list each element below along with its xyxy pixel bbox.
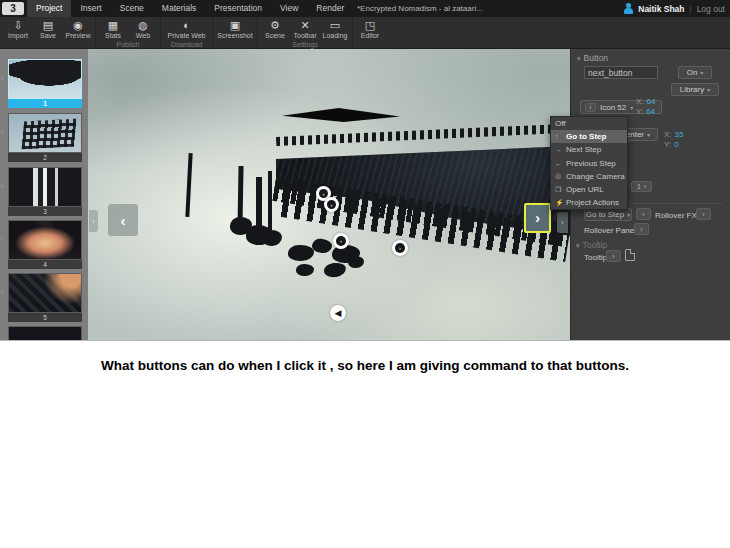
button-section-header[interactable]: ▾Button bbox=[577, 53, 608, 63]
private-web-icon: ◐ bbox=[163, 19, 210, 32]
chevron-down-icon: ▾ bbox=[707, 86, 710, 93]
chevron-down-icon: ▾ bbox=[700, 69, 703, 76]
tooltip-launcher-button[interactable]: › bbox=[606, 250, 621, 262]
editor-icon: ◳ bbox=[355, 19, 385, 32]
pos-x-value: 35 bbox=[675, 130, 684, 139]
scene-hotspot-button[interactable]: › bbox=[324, 197, 339, 212]
import-button[interactable]: ⇩Import bbox=[3, 17, 33, 49]
nav-next-button-selected[interactable]: › bbox=[524, 203, 551, 233]
hotspot-back-icon: ◀ bbox=[335, 308, 342, 318]
scene-hotspot-back-button[interactable]: ◀ bbox=[330, 305, 346, 321]
thumbnail-number: 3 bbox=[8, 207, 82, 216]
slide-thumbnail-5[interactable]: 5 bbox=[8, 273, 82, 322]
slide-thumbnail-2[interactable]: 2 bbox=[8, 113, 82, 162]
save-button[interactable]: ▤Save bbox=[33, 17, 63, 49]
state-dropdown[interactable]: On▾ bbox=[678, 66, 712, 79]
screenshot-button[interactable]: ▣Screenshot bbox=[215, 17, 255, 49]
launcher-icon: › bbox=[585, 103, 596, 112]
step-number-stepper[interactable]: 1› bbox=[631, 181, 652, 192]
icon-y-value: 64 bbox=[646, 107, 655, 116]
thumb-chevron-icon: › bbox=[1, 289, 7, 296]
menu-render[interactable]: Render bbox=[307, 0, 353, 17]
position-xy-values: X:35 Y:0 bbox=[664, 130, 683, 150]
tooltip-section-header[interactable]: ▾Tooltip bbox=[576, 240, 607, 250]
hotspot-arrow-icon: › bbox=[319, 189, 328, 198]
hotspot-arrow-icon: › bbox=[336, 236, 346, 246]
menu-project[interactable]: Project bbox=[27, 0, 71, 17]
editor-button[interactable]: ◳Editor bbox=[355, 17, 385, 49]
user-area: Naitik Shah | Log out bbox=[623, 0, 725, 17]
menu-item-change-camera[interactable]: ◎Change Camera bbox=[551, 170, 627, 183]
group-label-settings: Settings bbox=[258, 41, 352, 48]
menu-item-off[interactable]: Off bbox=[551, 117, 627, 130]
menu-scene[interactable]: Scene bbox=[111, 0, 153, 17]
action-popup-menu: Off ↑Go to Step →Next Step ←Previous Ste… bbox=[550, 116, 628, 210]
scene-hotspot-button[interactable]: › bbox=[392, 240, 408, 256]
scene-column bbox=[256, 177, 262, 232]
scene-debris bbox=[323, 262, 346, 278]
slide-thumbnail-4[interactable]: 4 bbox=[8, 220, 82, 269]
scene-settings-icon: ⚙ bbox=[260, 19, 290, 32]
group-label-download: Download bbox=[161, 41, 212, 48]
menu-insert[interactable]: Insert bbox=[71, 0, 110, 17]
slide-thumbnail-6[interactable]: 6 bbox=[8, 326, 82, 341]
slide-thumbnail-3[interactable]: 3 bbox=[8, 167, 82, 216]
scene-hotspot-button[interactable]: › bbox=[333, 233, 349, 249]
open-window-icon: ❐ bbox=[555, 186, 566, 194]
rollover-fx-label: Rollover FX bbox=[655, 211, 697, 220]
scene-viewport[interactable]: › › › › ◀ ‹ › bbox=[88, 49, 570, 341]
chevron-down-icon: ▾ bbox=[627, 211, 630, 218]
thumbnail-number: 4 bbox=[8, 260, 82, 269]
screenshot-icon: ▣ bbox=[215, 19, 255, 32]
menu-presentation[interactable]: Presentation bbox=[205, 0, 271, 17]
icon-x-value: 64 bbox=[647, 97, 656, 106]
scene-debris bbox=[348, 256, 364, 268]
caption-text: What buttons can do when I click it , so… bbox=[0, 358, 730, 373]
button-name-input[interactable] bbox=[584, 66, 658, 79]
arrow-up-icon: ↑ bbox=[555, 133, 566, 140]
hotspot-arrow-icon: › bbox=[395, 243, 405, 253]
import-icon: ⇩ bbox=[3, 19, 33, 32]
tooltip-page-icon[interactable] bbox=[625, 249, 635, 261]
document-title: *Encrypted Nomadism - al zataari... bbox=[357, 0, 483, 17]
action-launcher-button[interactable]: › bbox=[636, 208, 651, 220]
wrench-icon: ✕ bbox=[290, 19, 320, 32]
menu-item-project-actions[interactable]: ⚡Project Actions bbox=[551, 196, 627, 209]
toolbar: ⇩Import ▤Save ◉Preview ▦Stats ◍Web Publi… bbox=[0, 17, 730, 49]
title-bar: 3 Project Insert Scene Materials Present… bbox=[0, 0, 730, 17]
slide-thumbnail-1[interactable]: 1 bbox=[8, 59, 82, 108]
menu-item-next-step[interactable]: →Next Step bbox=[551, 143, 627, 156]
chevron-down-icon: ▾ bbox=[647, 131, 650, 138]
rollover-fx-launcher-button[interactable]: › bbox=[696, 208, 711, 220]
menu-bar: Project Insert Scene Materials Presentat… bbox=[27, 0, 353, 17]
toolbar-group-download: ◐Private Web Download bbox=[161, 17, 213, 49]
toolbar-group-settings: ⚙Scene ✕Toolbar ▭Loading Settings bbox=[258, 17, 353, 49]
menu-materials[interactable]: Materials bbox=[153, 0, 205, 17]
action-person-icon: ⚡ bbox=[555, 199, 566, 207]
filmstrip-collapse-handle[interactable]: › bbox=[89, 210, 98, 232]
scene-column bbox=[268, 171, 272, 231]
menu-item-open-url[interactable]: ❐Open URL bbox=[551, 183, 627, 196]
rollover-panels-launcher-button[interactable]: › bbox=[634, 223, 649, 235]
source-dropdown[interactable]: Library▾ bbox=[671, 83, 719, 96]
icon-xy-values: X:64 Y:64 bbox=[636, 97, 655, 117]
scene-debris bbox=[296, 264, 314, 276]
toolbar-group-screenshot: ▣Screenshot bbox=[213, 17, 258, 49]
chevron-down-icon: ▾ bbox=[630, 104, 633, 111]
logout-link[interactable]: Log out bbox=[697, 4, 725, 14]
thumb-chevron-icon: › bbox=[1, 129, 7, 136]
page: 3 Project Insert Scene Materials Present… bbox=[0, 0, 730, 548]
scene-pole bbox=[185, 153, 192, 217]
nav-previous-button[interactable]: ‹ bbox=[108, 204, 138, 236]
thumbnail-image bbox=[8, 273, 82, 313]
menu-item-go-to-step[interactable]: ↑Go to Step bbox=[551, 130, 627, 143]
menu-view[interactable]: View bbox=[271, 0, 307, 17]
preview-button[interactable]: ◉Preview bbox=[63, 17, 93, 49]
app-logo[interactable]: 3 bbox=[2, 2, 24, 15]
user-name: Naitik Shah bbox=[638, 4, 684, 14]
panel-collapse-handle[interactable]: › bbox=[557, 212, 568, 233]
thumbnail-image bbox=[8, 326, 82, 341]
menu-item-previous-step[interactable]: ←Previous Step bbox=[551, 157, 627, 170]
thumb-chevron-icon: › bbox=[1, 75, 7, 82]
chevron-down-icon: ▾ bbox=[577, 55, 581, 62]
